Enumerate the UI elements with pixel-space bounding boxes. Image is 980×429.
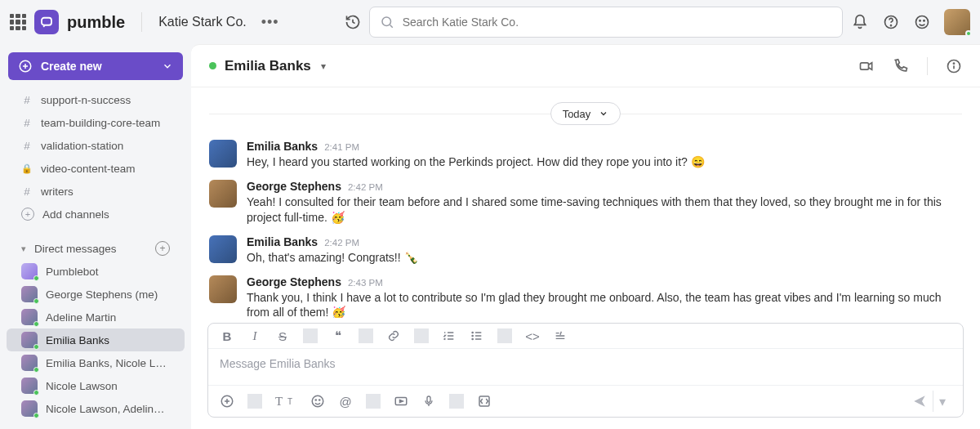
channel-name: support-n-success: [41, 94, 131, 106]
history-icon[interactable]: [345, 14, 361, 30]
divider: [141, 12, 142, 32]
send-button[interactable]: [906, 391, 933, 412]
message-time: 2:42 PM: [348, 182, 383, 192]
channel-item[interactable]: #team-building-core-team: [7, 111, 185, 134]
message-text: Thank you, I think I have a lot to contr…: [247, 290, 962, 318]
svg-rect-19: [427, 396, 430, 402]
italic-button[interactable]: I: [247, 329, 262, 343]
ordered-list-button[interactable]: [442, 329, 457, 342]
presence-dot: [33, 298, 39, 304]
message-avatar[interactable]: [209, 275, 237, 303]
composer-actions: TT @: [208, 385, 963, 417]
channel-name: writers: [41, 185, 74, 198]
presence-indicator: [209, 62, 216, 69]
channel-name: validation-station: [41, 140, 123, 152]
quote-button[interactable]: ❝: [331, 328, 345, 343]
presence-dot: [33, 367, 39, 373]
notifications-icon[interactable]: [851, 13, 869, 31]
dm-item[interactable]: Adeline Martin: [7, 306, 185, 328]
composer-input[interactable]: Message Emilia Banks: [208, 349, 963, 385]
attach-button[interactable]: [220, 394, 234, 409]
chat-title[interactable]: Emilia Banks: [225, 58, 311, 74]
strike-button[interactable]: S: [275, 329, 290, 343]
code-button[interactable]: <>: [525, 329, 540, 343]
presence-dot: [33, 321, 39, 327]
message: Emilia Banks2:41 PMHey, I heard you star…: [209, 136, 962, 177]
search-field[interactable]: [403, 16, 832, 29]
bold-button[interactable]: B: [220, 329, 234, 343]
mention-button[interactable]: @: [338, 395, 353, 409]
apps-launcher-icon[interactable]: [10, 14, 26, 30]
message-avatar[interactable]: [209, 180, 237, 208]
bot-avatar: [21, 263, 38, 279]
message-author[interactable]: George Stephens: [247, 275, 341, 288]
dm-item[interactable]: Emilia Banks, Nicole Lawson: [7, 351, 185, 374]
user-avatar: [21, 309, 38, 325]
info-icon[interactable]: [946, 58, 962, 74]
presence-dot: [33, 275, 39, 281]
message-author[interactable]: Emilia Banks: [247, 235, 318, 248]
date-jump-button[interactable]: Today: [550, 102, 621, 125]
create-new-button[interactable]: Create new: [8, 52, 183, 80]
lock-icon: 🔒: [21, 163, 33, 174]
record-video-button[interactable]: [394, 394, 408, 409]
presence-dot: [33, 344, 39, 350]
link-button[interactable]: [386, 329, 401, 342]
dm-item[interactable]: Pumblebot: [7, 260, 185, 283]
message-author[interactable]: Emilia Banks: [247, 140, 318, 153]
chevron-down-icon[interactable]: ▾: [321, 60, 326, 72]
dm-name: George Stephens (me): [46, 288, 158, 301]
bullet-list-button[interactable]: [470, 329, 484, 342]
message-avatar[interactable]: [209, 235, 237, 263]
channel-item[interactable]: #writers: [7, 180, 185, 203]
message-time: 2:42 PM: [324, 238, 359, 248]
emoji-icon[interactable]: [913, 13, 931, 31]
channel-item[interactable]: 🔒video-content-team: [7, 157, 185, 180]
add-channels-button[interactable]: + Add channels: [7, 203, 185, 226]
channel-name: team-building-core-team: [41, 117, 160, 129]
date-label: Today: [563, 108, 591, 120]
audio-call-icon[interactable]: [893, 58, 909, 74]
add-channels-label: Add channels: [42, 208, 109, 221]
new-dm-icon[interactable]: +: [155, 241, 170, 256]
dm-item[interactable]: Nicole Lawson: [7, 374, 185, 397]
message-author[interactable]: George Stephens: [247, 180, 341, 193]
dm-name: Adeline Martin: [46, 311, 116, 324]
message-time: 2:43 PM: [348, 278, 383, 288]
hash-icon: #: [21, 117, 33, 129]
emoji-button[interactable]: [310, 394, 325, 409]
help-icon[interactable]: [882, 13, 900, 31]
formatting-toolbar: B I S ❝ <>: [208, 324, 963, 349]
dm-section-header[interactable]: ▾ Direct messages +: [7, 237, 185, 260]
message: George Stephens2:42 PMYeah! I consulted …: [209, 177, 962, 232]
send-options-button[interactable]: ▾: [933, 391, 951, 412]
hash-icon: #: [21, 140, 33, 152]
workspace-more-icon[interactable]: •••: [261, 14, 279, 31]
svg-rect-0: [42, 18, 51, 25]
dm-item[interactable]: Nicole Lawson, Adeline Mar...: [7, 397, 185, 420]
dm-item[interactable]: George Stephens (me): [7, 283, 185, 306]
channel-item[interactable]: #validation-station: [7, 134, 185, 157]
plus-icon: +: [21, 208, 34, 221]
text-format-button[interactable]: TT: [275, 395, 297, 409]
message-text: Hey, I heard you started working on the …: [247, 154, 962, 170]
create-new-label: Create new: [41, 60, 102, 73]
dm-name: Pumblebot: [46, 266, 99, 278]
search-input[interactable]: [369, 7, 843, 38]
presence-dot: [33, 413, 39, 418]
brand-logo: [34, 10, 59, 34]
svg-point-11: [472, 332, 473, 333]
dm-item[interactable]: Emilia Banks: [7, 328, 185, 351]
svg-point-12: [472, 335, 473, 336]
codeblock-button[interactable]: [553, 329, 568, 342]
channel-item[interactable]: #support-n-success: [7, 88, 185, 111]
user-avatar[interactable]: [944, 9, 970, 35]
video-call-icon[interactable]: [858, 58, 875, 74]
shortcuts-button[interactable]: [477, 394, 492, 409]
record-audio-button[interactable]: [421, 394, 436, 409]
message-composer: B I S ❝ <>: [207, 323, 964, 418]
user-avatar: [21, 355, 38, 371]
message-avatar[interactable]: [209, 140, 237, 168]
workspace-name[interactable]: Katie Stark Co.: [158, 15, 247, 29]
divider: [927, 57, 928, 75]
